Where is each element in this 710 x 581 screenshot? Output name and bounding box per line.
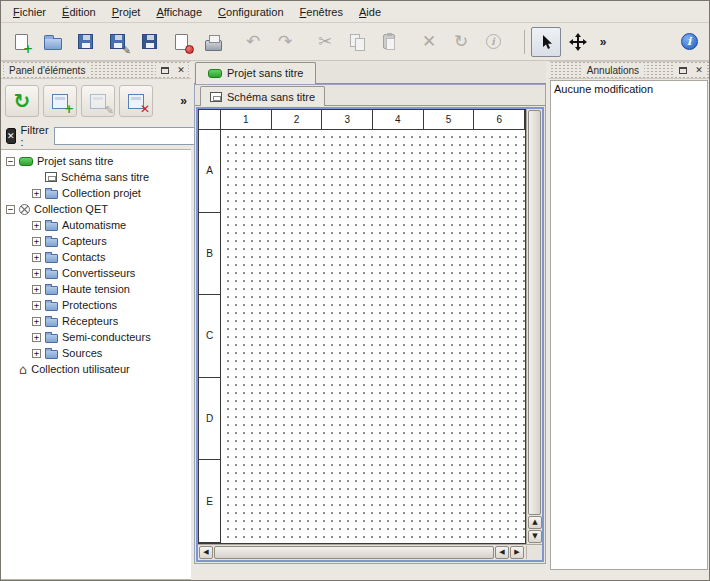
reload-collections-button[interactable]: ↻ [5,85,39,117]
undo-icon: ↶ [246,33,260,50]
close-file-button[interactable] [166,27,196,57]
tab-schema-sans-titre[interactable]: Schéma sans titre [200,86,325,106]
toolbar-overflow-button[interactable]: » [595,27,611,57]
menu-aide[interactable]: Aide [351,3,389,21]
tree-item-sources[interactable]: Sources [1,345,191,361]
move-arrows-icon [569,33,587,51]
expand-icon[interactable] [32,221,41,230]
folder-icon [45,286,58,295]
column-header: 6 [474,110,525,130]
edit-element-icon [90,94,106,109]
expand-icon[interactable] [32,189,41,198]
horizontal-scrollbar-thumb[interactable] [214,546,494,559]
dock-title-label: Panel d'éléments [4,65,90,76]
folder-icon [45,190,58,199]
undo-empty-row[interactable]: Aucune modification [554,83,704,95]
vertical-scrollbar[interactable]: ▲ ▼ [526,109,542,544]
chevron-right-icon: » [600,35,607,49]
scroll-down-button[interactable]: ▼ [528,530,542,543]
home-icon: ⌂ [19,364,27,375]
save-all-button[interactable] [134,27,164,57]
diagram-canvas[interactable] [221,130,525,543]
folder-icon [45,222,58,231]
tree-item-semi-conducteurs[interactable]: Semi-conducteurs [1,329,191,345]
move-tool-button[interactable] [563,27,593,57]
tree-item-convertisseurs[interactable]: Convertisseurs [1,265,191,281]
row-header: B [199,213,221,296]
tree-item-capteurs[interactable]: Capteurs [1,233,191,249]
menu-affichage[interactable]: Affichage [148,3,210,21]
delete-button[interactable]: ✕ [414,27,444,57]
project-tab-bar: Projet sans titre [194,61,546,84]
tree-item-protections[interactable]: Protections [1,297,191,313]
expand-icon[interactable] [32,317,41,326]
expand-icon[interactable] [32,285,41,294]
menu-fenetres[interactable]: Fenêtres [292,3,351,21]
scroll-up-button[interactable]: ▲ [528,516,542,529]
tab-label: Schéma sans titre [227,91,315,103]
undo-dock-titlebar[interactable]: Annulations ✕ [549,61,709,79]
save-as-button[interactable]: ✎ [102,27,132,57]
vertical-scrollbar-thumb[interactable] [528,110,541,515]
new-element-button[interactable]: + [43,85,77,117]
select-tool-button[interactable] [531,27,561,57]
expand-icon[interactable] [32,253,41,262]
delete-element-button[interactable]: ✕ [119,85,153,117]
float-dock-button[interactable] [158,63,172,77]
tree-item-recepteurs[interactable]: Récepteurs [1,313,191,329]
collapse-icon[interactable] [6,157,15,166]
rotate-button[interactable]: ↻ [446,27,476,57]
panel-overflow-button[interactable]: » [180,94,187,108]
element-info-button[interactable]: i [478,27,508,57]
scroll-right-button[interactable]: ▶ [510,546,524,559]
edit-element-button[interactable]: ✎ [81,85,115,117]
tree-item-schema-sans-titre[interactable]: Schéma sans titre [1,169,191,185]
new-file-button[interactable]: + [6,27,36,57]
paste-button[interactable] [374,27,404,57]
save-button[interactable] [70,27,100,57]
scroll-left-end-button[interactable]: ◀ [495,546,509,559]
undo-button[interactable]: ↶ [238,27,268,57]
filter-input[interactable] [54,127,204,145]
row-header: E [199,460,221,543]
open-folder-icon [44,38,62,50]
dock-buttons: ✕ [674,63,706,77]
redo-button[interactable]: ↷ [270,27,300,57]
tree-item-collection-qet[interactable]: Collection QET [1,201,191,217]
horizontal-scrollbar[interactable]: ◀ ◀ ▶ [198,544,542,560]
menu-fichier[interactable]: Fichier [5,3,54,21]
expand-icon[interactable] [32,237,41,246]
close-dock-button[interactable]: ✕ [692,63,706,77]
save-all-icon [142,34,157,49]
about-button[interactable]: i [674,27,704,57]
tab-projet-sans-titre[interactable]: Projet sans titre [195,62,316,84]
print-button[interactable] [198,27,228,57]
menu-projet[interactable]: Projet [104,3,149,21]
menu-edition[interactable]: Édition [54,3,104,21]
tree-item-automatisme[interactable]: Automatisme [1,217,191,233]
expand-icon[interactable] [32,269,41,278]
clear-filter-button[interactable]: ✕ [6,128,16,144]
expand-icon[interactable] [32,333,41,342]
tree-item-haute-tension[interactable]: Haute tension [1,281,191,297]
float-dock-button[interactable] [676,63,690,77]
menu-configuration[interactable]: Configuration [210,3,291,21]
arrow-up-icon: ▲ [532,519,537,526]
tree-item-projet-sans-titre[interactable]: Projet sans titre [1,153,191,169]
copy-button[interactable] [342,27,372,57]
tree-item-collection-utilisateur[interactable]: ⌂ Collection utilisateur [1,361,191,377]
qelectrotech-window: Fichier Édition Projet Affichage Configu… [0,0,710,581]
expand-icon[interactable] [32,301,41,310]
elements-panel-titlebar[interactable]: Panel d'éléments ✕ [1,61,191,79]
close-dock-button[interactable]: ✕ [174,63,188,77]
scroll-left-button[interactable]: ◀ [199,546,213,559]
expand-icon[interactable] [32,349,41,358]
clipboard-tool-group: ✂ [310,27,404,57]
undo-history-list[interactable]: Aucune modification [550,80,708,570]
tree-item-collection-projet[interactable]: Collection projet [1,185,191,201]
cut-button[interactable]: ✂ [310,27,340,57]
plus-badge-icon: + [23,43,33,55]
tree-item-contacts[interactable]: Contacts [1,249,191,265]
open-file-button[interactable] [38,27,68,57]
collapse-icon[interactable] [6,205,15,214]
